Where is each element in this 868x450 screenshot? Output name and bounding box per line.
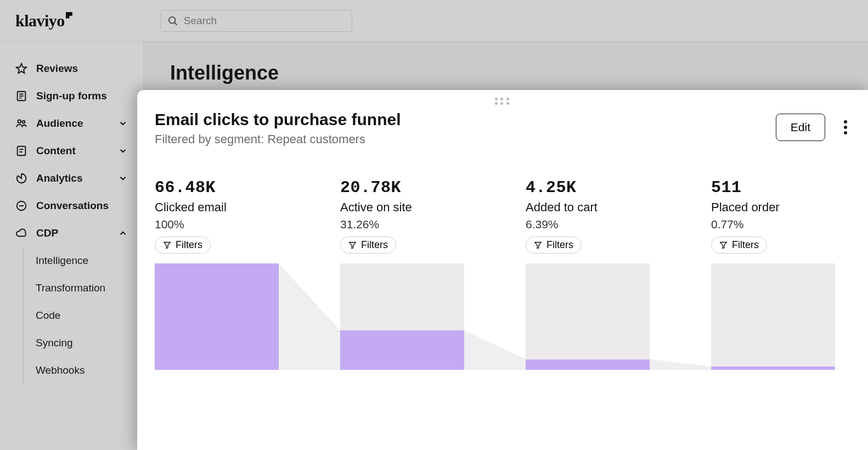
funnel-step-placed-order: 511 Placed order 0.77% Filters [711, 178, 835, 370]
form-icon [15, 90, 27, 102]
svg-marker-15 [350, 243, 356, 249]
svg-rect-9 [18, 147, 26, 156]
panel-title: Email clicks to purchase funnel [155, 110, 776, 129]
cloud-icon [15, 227, 27, 239]
sidebar-subitem-intelligence[interactable]: Intelligence [24, 247, 143, 274]
content-icon [15, 145, 27, 157]
filter-icon [719, 241, 728, 249]
sidebar-subitem-syncing[interactable]: Syncing [24, 329, 143, 357]
funnel-connector [650, 263, 711, 370]
sidebar-item-label: CDP [36, 227, 58, 239]
sidebar-cdp-submenu: Intelligence Transformation Code Syncing… [23, 247, 143, 384]
funnel-step-label: Placed order [711, 200, 835, 215]
funnel-step-value: 4.25K [526, 178, 650, 197]
sidebar-subitem-webhooks[interactable]: Webhooks [24, 357, 143, 384]
funnel-bar-fill [526, 359, 650, 370]
funnel-step-label: Active on site [340, 200, 464, 215]
sidebar-item-label: Content [36, 145, 76, 157]
sidebar-item-cdp[interactable]: CDP [0, 220, 143, 247]
chevron-down-icon [118, 146, 128, 156]
filters-button[interactable]: Filters [711, 237, 767, 254]
funnel-bar-fill [711, 367, 835, 370]
funnel-step-label: Clicked email [155, 200, 279, 215]
page-title: Intelligence [170, 61, 842, 85]
svg-marker-14 [164, 243, 170, 249]
sidebar-item-sign-up-forms[interactable]: Sign-up forms [0, 82, 143, 110]
funnel-bar-fill [155, 263, 279, 370]
brand-flag-icon [66, 12, 72, 19]
brand-text: klaviyo [15, 12, 65, 30]
filters-button[interactable]: Filters [155, 237, 211, 254]
filter-icon [163, 241, 171, 249]
funnel-step-percent: 6.39% [526, 218, 650, 231]
sidebar-item-audience[interactable]: Audience [0, 110, 143, 137]
svg-marker-17 [720, 243, 726, 249]
chevron-down-icon [118, 173, 128, 183]
search-icon [167, 15, 178, 26]
sidebar-item-label: Analytics [36, 172, 82, 184]
sidebar-item-analytics[interactable]: Analytics [0, 165, 143, 192]
filters-label: Filters [361, 239, 388, 251]
svg-line-1 [174, 22, 177, 25]
filters-button[interactable]: Filters [526, 237, 582, 254]
sidebar-item-conversations[interactable]: Conversations [0, 192, 143, 220]
funnel-step-clicked-email: 66.48K Clicked email 100% Filters [155, 178, 279, 370]
funnel-step-percent: 0.77% [711, 218, 835, 231]
more-menu-button[interactable] [841, 117, 850, 138]
star-icon [15, 63, 27, 75]
filters-button[interactable]: Filters [340, 237, 396, 254]
sidebar: Reviews Sign-up forms Audience Content [0, 42, 144, 450]
filters-label: Filters [176, 239, 202, 251]
svg-marker-2 [16, 64, 26, 73]
funnel-connector [464, 263, 526, 370]
funnel-connector [279, 263, 340, 370]
svg-point-8 [22, 121, 25, 123]
sidebar-item-label: Conversations [36, 200, 109, 212]
funnel-step-active-on-site: 20.78K Active on site 31.26% Filters [340, 178, 464, 370]
sidebar-item-label: Sign-up forms [36, 90, 107, 102]
svg-point-7 [18, 120, 21, 123]
funnel-step-value: 66.48K [155, 178, 279, 197]
funnel-bar-bg [526, 263, 650, 370]
analytics-icon [15, 172, 27, 184]
filters-label: Filters [546, 239, 573, 251]
sidebar-item-label: Reviews [36, 63, 78, 75]
filter-icon [534, 241, 542, 249]
filter-icon [348, 241, 357, 249]
chat-icon [15, 200, 27, 212]
funnel-step-added-to-cart: 4.25K Added to cart 6.39% Filters [526, 178, 650, 370]
sidebar-subitem-code[interactable]: Code [24, 302, 143, 329]
sidebar-subitem-transformation[interactable]: Transformation [24, 274, 143, 302]
funnel-step-label: Added to cart [526, 200, 650, 215]
funnel-bar-fill [340, 330, 464, 370]
sidebar-item-reviews[interactable]: Reviews [0, 55, 143, 82]
chevron-up-icon [118, 228, 128, 238]
panel-subtitle: Filtered by segment: Repeat customers [155, 132, 776, 147]
funnel-step-percent: 100% [155, 218, 279, 231]
filters-label: Filters [732, 239, 759, 251]
people-icon [15, 117, 27, 130]
top-bar: klaviyo [0, 0, 868, 42]
funnel-step-value: 511 [711, 178, 835, 197]
search-input[interactable] [184, 15, 345, 27]
svg-marker-16 [535, 243, 541, 249]
edit-button[interactable]: Edit [776, 114, 825, 141]
sidebar-item-content[interactable]: Content [0, 137, 143, 165]
chevron-down-icon [118, 119, 128, 128]
funnel-panel: Email clicks to purchase funnel Filtered… [137, 90, 868, 450]
search-input-wrapper[interactable] [160, 10, 352, 32]
funnel-chart: 66.48K Clicked email 100% Filters 20.78K… [155, 178, 850, 370]
svg-point-0 [169, 16, 176, 23]
funnel-bar-bg [711, 263, 835, 370]
funnel-step-percent: 31.26% [340, 218, 464, 231]
drag-handle-icon[interactable] [495, 98, 510, 105]
sidebar-item-label: Audience [36, 117, 83, 130]
brand-logo: klaviyo [15, 12, 72, 30]
funnel-step-value: 20.78K [340, 178, 464, 197]
